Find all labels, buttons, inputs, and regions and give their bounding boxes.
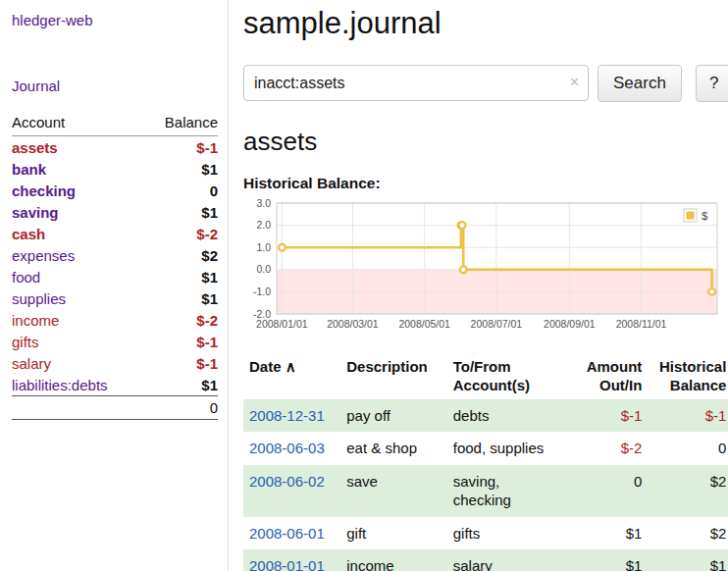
register-table-body: 2008-12-31pay offdebts$-1$-12008-06-03ea…: [243, 399, 728, 571]
account-balance: 0: [144, 180, 218, 201]
transaction-balance: $2: [648, 465, 728, 517]
account-row: salary$-1: [12, 352, 218, 374]
transaction-accounts: saving, checking: [447, 465, 560, 517]
account-balance: $1: [144, 374, 218, 396]
account-row: income$-2: [12, 309, 218, 331]
svg-text:2.0: 2.0: [256, 219, 271, 231]
account-link[interactable]: food: [12, 269, 40, 286]
account-row: cash$-2: [12, 223, 218, 244]
column-header-description[interactable]: Description: [340, 353, 446, 399]
transaction-balance: $2: [648, 517, 728, 550]
clear-search-icon[interactable]: ×: [570, 73, 579, 92]
transaction-amount: 0: [559, 465, 648, 517]
transaction-balance: 0: [648, 432, 728, 465]
account-balance: $1: [144, 201, 218, 223]
accounts-header-row: Account Balance: [12, 112, 218, 136]
account-link[interactable]: income: [12, 312, 59, 329]
transaction-description: save: [340, 465, 446, 517]
transaction-row: 2008-01-01incomesalary$1$1: [243, 549, 728, 571]
account-row: bank$1: [12, 158, 218, 180]
svg-text:2008/07/01: 2008/07/01: [471, 318, 523, 330]
transaction-accounts: debts: [447, 399, 560, 433]
account-row: liabilities:debts$1: [12, 374, 218, 396]
account-link[interactable]: gifts: [12, 334, 39, 350]
account-balance: $-1: [144, 331, 218, 352]
account-link[interactable]: saving: [12, 204, 59, 221]
column-header-date[interactable]: Date ∧: [243, 353, 340, 399]
svg-text:2008/09/01: 2008/09/01: [544, 318, 596, 330]
transaction-row: 2008-06-01giftgifts$1$2: [243, 517, 728, 550]
account-link[interactable]: assets: [12, 139, 58, 156]
svg-text:2008/01/01: 2008/01/01: [256, 318, 308, 330]
search-button[interactable]: Search: [598, 65, 682, 102]
transaction-row: 2008-12-31pay offdebts$-1$-1: [243, 399, 728, 433]
help-button[interactable]: ?: [696, 65, 728, 102]
transaction-amount: $-2: [559, 432, 648, 465]
transaction-date-link[interactable]: 2008-12-31: [249, 407, 325, 424]
svg-text:3.0: 3.0: [256, 198, 271, 209]
transaction-accounts: salary: [447, 549, 560, 571]
svg-text:2008/11/01: 2008/11/01: [616, 318, 667, 330]
account-balance: $-1: [144, 352, 218, 374]
account-balance: $1: [144, 158, 218, 180]
account-row: gifts$-1: [12, 331, 218, 352]
svg-text:0.0: 0.0: [256, 263, 271, 275]
account-link[interactable]: liabilities:debts: [12, 377, 108, 393]
account-link[interactable]: bank: [12, 161, 46, 178]
column-header-balance[interactable]: Historical Balance: [648, 353, 728, 399]
transaction-date-link[interactable]: 2008-01-01: [249, 557, 325, 571]
account-row: saving$1: [12, 201, 218, 223]
transaction-description: eat & shop: [340, 432, 446, 465]
transaction-accounts: gifts: [447, 517, 560, 550]
account-link[interactable]: expenses: [12, 247, 75, 264]
page-title: sample.journal: [243, 6, 728, 41]
transaction-row: 2008-06-03eat & shopfood, supplies$-20: [243, 432, 728, 465]
main-content: sample.journal × Search ? assets Histori…: [229, 0, 728, 571]
transaction-balance: $1: [648, 549, 728, 571]
svg-text:2008/03/01: 2008/03/01: [327, 318, 379, 330]
accounts-table: Account Balance assets$-1bank$1checking0…: [12, 112, 218, 420]
account-link[interactable]: salary: [12, 355, 51, 372]
accounts-header-balance: Balance: [144, 112, 218, 136]
account-row: food$1: [12, 266, 218, 287]
sidebar-item-journal[interactable]: Journal: [12, 78, 218, 94]
transaction-amount: $1: [559, 517, 648, 550]
accounts-total-row: 0: [12, 396, 218, 420]
transaction-accounts: food, supplies: [447, 432, 560, 465]
account-balance: $-1: [144, 136, 218, 159]
account-balance: $1: [144, 266, 218, 287]
chart-title: Historical Balance:: [243, 175, 728, 192]
transaction-description: income: [340, 549, 446, 571]
accounts-total-value: 0: [144, 396, 218, 420]
account-link[interactable]: supplies: [12, 290, 66, 307]
account-row: expenses$2: [12, 244, 218, 266]
svg-text:1.0: 1.0: [256, 240, 271, 252]
account-balance: $-2: [144, 309, 218, 331]
account-link[interactable]: checking: [12, 182, 76, 199]
account-row: supplies$1: [12, 287, 218, 309]
column-header-accounts[interactable]: To/From Account(s): [447, 353, 560, 399]
balance-chart: 3.02.01.00.0-1.0-2.02008/01/012008/03/01…: [243, 198, 721, 337]
transaction-amount: $1: [559, 549, 648, 571]
transaction-date-link[interactable]: 2008-06-01: [249, 525, 325, 542]
account-balance: $1: [144, 287, 218, 309]
account-balance: $-2: [144, 223, 218, 244]
account-link[interactable]: cash: [12, 226, 45, 242]
transaction-date-link[interactable]: 2008-06-02: [249, 473, 325, 490]
brand-link[interactable]: hledger-web: [12, 12, 218, 28]
transaction-balance: $-1: [648, 399, 728, 433]
sort-asc-icon: ∧: [286, 358, 296, 375]
search-form: × Search ?: [243, 65, 728, 102]
register-header-row: Date ∧ Description To/From Account(s) Am…: [243, 353, 728, 399]
svg-text:-1.0: -1.0: [253, 286, 271, 297]
column-header-amount[interactable]: Amount Out/In: [559, 353, 648, 399]
sidebar: hledger-web Journal Account Balance asse…: [0, 0, 229, 571]
accounts-table-body: assets$-1bank$1checking0saving$1cash$-2e…: [12, 136, 218, 396]
search-input[interactable]: [243, 65, 589, 101]
account-balance: $2: [144, 244, 218, 266]
svg-text:2008/05/01: 2008/05/01: [398, 318, 450, 330]
register-table: Date ∧ Description To/From Account(s) Am…: [243, 353, 728, 571]
accounts-header-account: Account: [12, 112, 144, 136]
transaction-date-link[interactable]: 2008-06-03: [249, 440, 325, 456]
search-box: ×: [243, 65, 589, 101]
